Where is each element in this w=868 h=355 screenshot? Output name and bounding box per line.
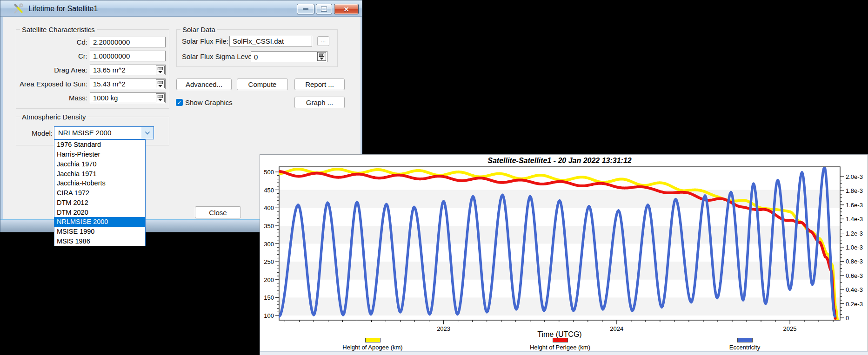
lifetime-graph-window: 10015020025030035040045050000.2e-30.4e-3… [260,154,868,355]
chart-title: Satellite-Satellite1 - 20 Jan 2022 13:31… [279,157,840,165]
svg-text:350: 350 [264,223,274,230]
svg-text:400: 400 [264,204,274,211]
flux-file-field[interactable] [229,36,312,46]
model-combobox[interactable]: NRLMSISE 2000 [54,126,154,139]
legend-label: Height of Perigee (km) [509,344,611,351]
cd-label: Cd: [10,37,87,47]
svg-text:0.4e-3: 0.4e-3 [846,286,863,293]
svg-text:1.8e-3: 1.8e-3 [846,187,863,194]
legend-entry-apogee: Height of Apogee (km) [321,338,424,351]
drag-area-unit-spinner[interactable] [156,66,165,74]
dropdown-option[interactable]: Jacchia 1971 [54,169,145,178]
mass-label: Mass: [10,92,87,103]
tools-icon [13,3,24,14]
group-legend: Solar Data [180,26,217,33]
dropdown-option[interactable]: CIRA 1972 [54,188,145,198]
group-legend: Atmospheric Density [20,113,88,121]
svg-text:150: 150 [264,294,274,301]
perigee-swatch [553,338,568,342]
svg-text:300: 300 [264,241,274,248]
report-button[interactable]: Report ... [294,79,345,90]
minimize-button[interactable] [297,4,314,14]
sigma-field[interactable] [251,51,327,62]
sigma-unit-spinner[interactable] [317,52,326,61]
drag-area-field[interactable] [90,65,166,75]
dropdown-option[interactable]: Jacchia 1970 [54,159,145,169]
mass-field[interactable] [90,92,166,103]
mass-unit-spinner[interactable] [156,93,165,102]
minimize-icon [303,8,308,10]
flux-file-label: Solar Flux File: [182,36,228,46]
dropdown-option[interactable]: Jacchia-Roberts [54,178,145,188]
show-graphics-label: Show Graphics [185,99,233,106]
area-sun-label: Area Exposed to Sun: [10,79,87,89]
cd-field[interactable] [90,37,166,47]
area-sun-field[interactable] [90,79,166,89]
model-selected-value: NRLMSISE 2000 [58,127,111,139]
eccentricity-swatch [737,338,753,342]
compute-button[interactable]: Compute [237,79,288,90]
legend-label: Height of Apogee (km) [321,344,424,351]
model-dropdown-list: 1976 Standard Harris-Priester Jacchia 19… [54,139,146,246]
svg-text:0.6e-3: 0.6e-3 [846,272,863,279]
dropdown-option[interactable]: 1976 Standard [54,140,145,150]
svg-text:1.6e-3: 1.6e-3 [846,202,863,209]
dialog-titlebar[interactable]: Lifetime for Satellite1 ✕ [0,0,362,17]
show-graphics-checkbox[interactable]: ✓ [176,99,183,106]
dropdown-option[interactable]: DTM 2020 [54,207,145,217]
dropdown-option[interactable]: MSIS 1986 [54,236,145,246]
svg-text:1.4e-3: 1.4e-3 [846,216,863,223]
screen: Lifetime for Satellite1 ✕ Satellite Char… [0,0,868,355]
close-window-button[interactable]: ✕ [334,4,359,14]
units-spinner-icon [318,53,325,60]
apogee-swatch [365,338,381,342]
graph-button[interactable]: Graph ... [294,97,345,108]
dropdown-option[interactable]: MSISE 1990 [54,227,145,237]
chart-window-bottom-edge [260,351,868,355]
units-spinner-icon [157,80,164,88]
chevron-down-icon[interactable] [141,127,154,139]
svg-text:0: 0 [846,315,849,322]
svg-text:1.0e-3: 1.0e-3 [846,244,863,251]
lifetime-plot: 10015020025030035040045050000.2e-30.4e-3… [260,155,868,355]
maximize-button[interactable] [316,4,332,14]
svg-text:450: 450 [264,187,274,194]
cr-label: Cr: [10,51,87,61]
check-icon: ✓ [177,99,181,106]
advanced-button[interactable]: Advanced... [176,79,232,90]
sigma-label: Solar Flux Sigma Level: [182,51,252,62]
dropdown-option[interactable]: Harris-Priester [54,150,145,159]
dropdown-option[interactable]: NRLMSISE 2000 [54,217,145,227]
svg-text:250: 250 [264,258,274,265]
svg-text:0.8e-3: 0.8e-3 [846,258,863,265]
model-label: Model: [19,128,53,138]
legend-entry-perigee: Height of Perigee (km) [509,338,611,351]
legend-entry-eccentricity: Eccentricity [694,338,796,351]
svg-text:0.2e-3: 0.2e-3 [846,301,863,308]
svg-text:100: 100 [264,312,274,319]
svg-text:1.2e-3: 1.2e-3 [846,230,863,237]
close-icon: ✕ [344,6,349,13]
svg-text:2.0e-3: 2.0e-3 [846,173,863,180]
cr-field[interactable] [90,51,166,61]
close-button[interactable]: Close [195,206,241,218]
legend-label: Eccentricity [694,344,796,351]
svg-text:500: 500 [264,169,274,176]
svg-text:200: 200 [264,276,274,283]
browse-button[interactable]: ... [317,36,329,46]
maximize-icon [321,7,327,11]
drag-area-label: Drag Area: [10,65,87,75]
group-legend: Satellite Characteristics [20,26,97,33]
dialog-title: Lifetime for Satellite1 [28,0,98,17]
area-sun-unit-spinner[interactable] [156,79,165,88]
units-spinner-icon [157,94,164,102]
units-spinner-icon [157,66,164,74]
dropdown-option[interactable]: DTM 2012 [54,197,145,207]
